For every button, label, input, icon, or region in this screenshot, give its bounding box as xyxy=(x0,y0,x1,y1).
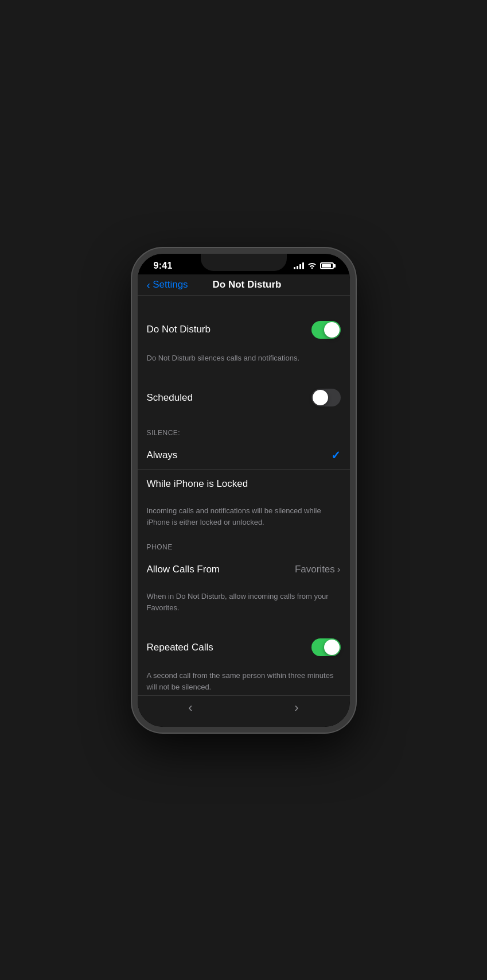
while-locked-label: While iPhone is Locked xyxy=(147,478,248,490)
back-label: Settings xyxy=(153,279,188,290)
battery-icon xyxy=(320,262,334,269)
tab-forward[interactable]: › xyxy=(294,700,298,715)
spacer-1 xyxy=(138,373,350,382)
repeated-calls-toggle-knob xyxy=(324,640,340,655)
silence-header-text: SILENCE: xyxy=(147,429,181,437)
dnd-toggle-knob xyxy=(324,322,340,338)
allow-calls-label: Allow Calls From xyxy=(147,564,220,575)
phone-header-block: PHONE xyxy=(138,537,350,555)
tab-bar: ‹ › xyxy=(138,695,350,727)
repeated-calls-row[interactable]: Repeated Calls xyxy=(138,632,350,663)
notch xyxy=(201,254,287,271)
tab-forward-icon: › xyxy=(294,700,298,715)
dnd-group: Do Not Disturb xyxy=(138,314,350,346)
top-spacer xyxy=(138,296,350,314)
scheduled-group: Scheduled xyxy=(138,382,350,413)
allow-calls-value: Favorites xyxy=(295,564,335,575)
content-area: Do Not Disturb Do Not Disturb silences c… xyxy=(138,296,350,695)
back-button[interactable]: ‹ Settings xyxy=(147,279,188,290)
wifi-icon xyxy=(307,261,317,270)
spacer-2 xyxy=(138,413,350,423)
repeated-calls-label: Repeated Calls xyxy=(147,642,213,653)
phone-header-text: PHONE xyxy=(147,543,173,551)
nav-bar: ‹ Settings Do Not Disturb xyxy=(138,274,350,296)
scheduled-toggle[interactable] xyxy=(311,389,341,406)
allow-calls-description-block: When in Do Not Disturb, allow incoming c… xyxy=(138,584,350,622)
allow-calls-chevron: › xyxy=(337,564,341,575)
tab-back[interactable]: ‹ xyxy=(188,700,192,715)
allow-calls-value-group: Favorites › xyxy=(295,564,341,575)
page-title: Do Not Disturb xyxy=(188,279,306,290)
phone-header-group: PHONE xyxy=(138,537,350,555)
signal-icon xyxy=(294,262,304,269)
always-checkmark: ✓ xyxy=(331,448,341,462)
always-row[interactable]: Always ✓ xyxy=(138,441,350,470)
spacer-3 xyxy=(138,622,350,632)
scheduled-toggle-knob xyxy=(313,390,328,405)
repeated-calls-group: Repeated Calls xyxy=(138,632,350,663)
scheduled-label: Scheduled xyxy=(147,392,193,404)
repeated-calls-toggle[interactable] xyxy=(311,638,341,656)
status-icons xyxy=(294,261,334,270)
silence-header-block: SILENCE: xyxy=(138,423,350,441)
status-time: 9:41 xyxy=(154,261,173,271)
dnd-description: Do Not Disturb silences calls and notifi… xyxy=(147,354,300,362)
dnd-description-block: Do Not Disturb silences calls and notifi… xyxy=(138,346,350,373)
allow-calls-row[interactable]: Allow Calls From Favorites › xyxy=(138,555,350,584)
always-label: Always xyxy=(147,450,178,461)
while-locked-row[interactable]: While iPhone is Locked xyxy=(138,470,350,498)
repeated-calls-description-block: A second call from the same person withi… xyxy=(138,663,350,695)
tab-back-icon: ‹ xyxy=(188,700,192,715)
repeated-calls-description: A second call from the same person withi… xyxy=(147,671,334,691)
silence-description: Incoming calls and notifications will be… xyxy=(147,506,321,526)
silence-group: SILENCE: Always ✓ While iPhone is Locked xyxy=(138,423,350,498)
allow-calls-description: When in Do Not Disturb, allow incoming c… xyxy=(147,592,329,612)
scheduled-row[interactable]: Scheduled xyxy=(138,382,350,413)
dnd-row[interactable]: Do Not Disturb xyxy=(138,314,350,346)
allow-calls-group: Allow Calls From Favorites › xyxy=(138,555,350,584)
dnd-toggle[interactable] xyxy=(311,321,341,339)
dnd-label: Do Not Disturb xyxy=(147,324,211,335)
silence-description-block: Incoming calls and notifications will be… xyxy=(138,498,350,537)
back-chevron-icon: ‹ xyxy=(147,279,151,290)
